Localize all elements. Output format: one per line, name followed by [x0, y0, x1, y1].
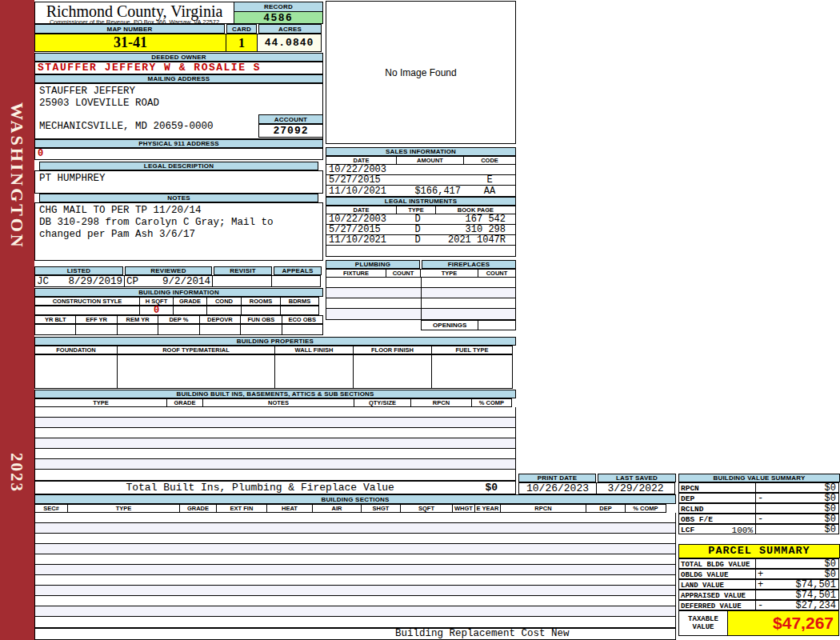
empty-row — [35, 606, 675, 617]
taxable-value-cell: $47,267 — [727, 610, 839, 636]
print-date-value: 10/26/2023 — [518, 482, 597, 494]
legal-description-header: LEGAL DESCRIPTION — [39, 162, 318, 170]
bvs-label: OBS F/E — [678, 514, 756, 524]
built-ins-header: BUILDING BUILT INS, BASEMENTS, ATTICS & … — [34, 390, 516, 398]
fuel-type-header: FUEL TYPE — [431, 346, 513, 354]
fireplaces-header: FIREPLACES — [422, 260, 516, 269]
last-saved-value: 3/29/2022 — [596, 482, 675, 494]
revisit-value — [212, 275, 272, 287]
empty-row — [326, 298, 515, 309]
print-info: PRINT DATE LAST SAVED 10/26/2023 3/29/20… — [518, 474, 676, 494]
card-value: 1 — [226, 34, 258, 52]
bvs-op: - — [756, 514, 766, 525]
parcel-value: $0 — [766, 558, 838, 570]
empty-row — [35, 459, 515, 470]
bvs-row: DEP -$0 — [678, 493, 840, 503]
legal-instruments: LEGAL INSTRUMENTS DATE TYPE BOOK PAGE 10… — [326, 197, 516, 257]
building-value-summary: BUILDING VALUE SUMMARY RPCN $0 DEP -$0 R… — [678, 474, 840, 534]
bs-rpcn-header: RPCN — [500, 504, 586, 513]
legal-instruments-header: LEGAL INSTRUMENTS — [326, 197, 516, 206]
bdrms-header: BDRMS — [280, 297, 319, 306]
instrument-type: D — [398, 234, 438, 246]
empty-row — [35, 428, 515, 438]
construction-style-header: CONSTRUCTION STYLE — [34, 297, 140, 306]
parcel-label: OBLDG VALUE — [678, 569, 756, 579]
parcel-op: + — [756, 579, 766, 590]
bi-qty-header: QTY/SIZE — [354, 398, 411, 407]
funobs-header: FUN OBS — [240, 315, 282, 324]
rooms-value — [241, 306, 281, 315]
parcel-summary: PARCEL SUMMARY TOTAL BLDG VALUE $0 OBLDG… — [678, 544, 840, 636]
tax-year-label: 2023 — [6, 453, 26, 493]
effyr-header: EFF YR — [75, 315, 117, 324]
plumbing-count-header: COUNT — [386, 269, 421, 278]
sales-header: SALES INFORMATION — [326, 147, 516, 156]
parcel-op: - — [756, 600, 766, 611]
empty-row — [35, 513, 675, 523]
listed-value: JC8/29/2019 — [34, 275, 125, 287]
empty-row — [326, 309, 515, 319]
bi-type-header: TYPE — [34, 398, 167, 407]
bvs-value: $0 — [766, 524, 838, 535]
parcel-row: TOTAL BLDG VALUE $0 — [678, 558, 840, 569]
sales-code: E — [466, 174, 514, 186]
sales-amount-header: AMOUNT — [396, 156, 464, 165]
building-information-header: BUILDING INFORMATION — [34, 288, 323, 297]
sales-code-header: CODE — [463, 156, 516, 165]
empty-row — [35, 575, 675, 586]
instrument-date: 5/27/2015 — [326, 224, 398, 235]
legal-instruments-rows: 10/22/2003 D 167 542 5/27/2015 D 310 298… — [326, 214, 516, 257]
empty-row — [326, 246, 515, 256]
parcel-row: DEFERRED VALUE -$27,234 — [678, 600, 840, 610]
building-info-columns-1: CONSTRUCTION STYLE H SQFT GRADE COND ROO… — [34, 297, 323, 306]
empty-row — [35, 617, 675, 627]
notes-line-1: CHG MAIL TO PER TP 11/20/14 — [39, 205, 322, 217]
parcel-label: APPRAISED VALUE — [678, 590, 756, 600]
instrument-row: 11/10/2021 D 2021 1047R — [326, 235, 515, 246]
building-sections-header: BUILDING SECTIONS — [34, 494, 676, 504]
empty-row — [35, 523, 675, 534]
bvs-header: BUILDING VALUE SUMMARY — [678, 474, 840, 482]
building-properties-header: BUILDING PROPERTIES — [34, 337, 516, 346]
empty-row — [35, 449, 515, 459]
building-info-values-1: 0 — [34, 306, 323, 315]
fireplace-type-header: TYPE — [420, 269, 478, 278]
reviewed-value: CP9/2/2014 — [124, 275, 213, 287]
yrblt-header: YR BLT — [34, 315, 76, 324]
empty-row — [35, 586, 675, 596]
bi-grade-header: GRADE — [166, 398, 203, 407]
building-sections-columns: SEC# TYPE GRADE EXT FIN HEAT AIR SHGT SQ… — [34, 504, 676, 513]
openings-row: OPENINGS — [421, 320, 516, 330]
fixture-header: FIXTURE — [326, 269, 386, 278]
parcel-row: APPRAISED VALUE $74,501 — [678, 590, 840, 600]
taxable-label: TAXABLE VALUE — [678, 610, 728, 636]
openings-value — [478, 320, 516, 330]
parcel-row: LAND VALUE +$74,501 — [678, 579, 840, 590]
wall-finish-header: WALL FINISH — [274, 346, 354, 354]
map-header-row: MAP NUMBER CARD ACRES — [34, 24, 323, 34]
building-properties: BUILDING PROPERTIES FOUNDATION ROOF TYPE… — [34, 337, 516, 389]
bvs-label: DEP — [678, 493, 756, 503]
plumbing-header: PLUMBING — [326, 260, 420, 269]
parcel-value: $74,501 — [766, 590, 838, 601]
bs-extfin-header: EXT FIN — [216, 504, 267, 513]
revisit-header: REVISIT — [214, 266, 272, 275]
mailing-address-header: MAILING ADDRESS — [34, 74, 323, 83]
taxable-row: TAXABLE VALUE $47,267 — [678, 610, 840, 636]
taxable-value: $47,267 — [773, 614, 834, 633]
reviewed-date: 9/2/2014 — [162, 276, 210, 286]
empty-row — [326, 288, 515, 298]
hsqft-value: 0 — [139, 306, 174, 315]
bvs-label: RCLND — [678, 503, 756, 514]
bi-comp-header: % COMP — [471, 398, 512, 407]
sales-row: 5/27/2015 E — [326, 175, 515, 186]
bs-air-header: AIR — [312, 504, 362, 513]
empty-row — [35, 470, 515, 480]
empty-row — [35, 418, 515, 428]
roof-header: ROOF TYPE/MATERIAL — [117, 346, 275, 354]
bvs-value: $0 — [766, 482, 838, 494]
sales-row: 11/10/2021 $166,417 AA — [326, 186, 515, 196]
physical-address-value: 0 — [34, 148, 323, 160]
reviewed-by: CP — [126, 276, 138, 286]
sales-rows: 10/22/2003 5/27/2015 E 11/10/2021 $166,4… — [326, 165, 516, 197]
